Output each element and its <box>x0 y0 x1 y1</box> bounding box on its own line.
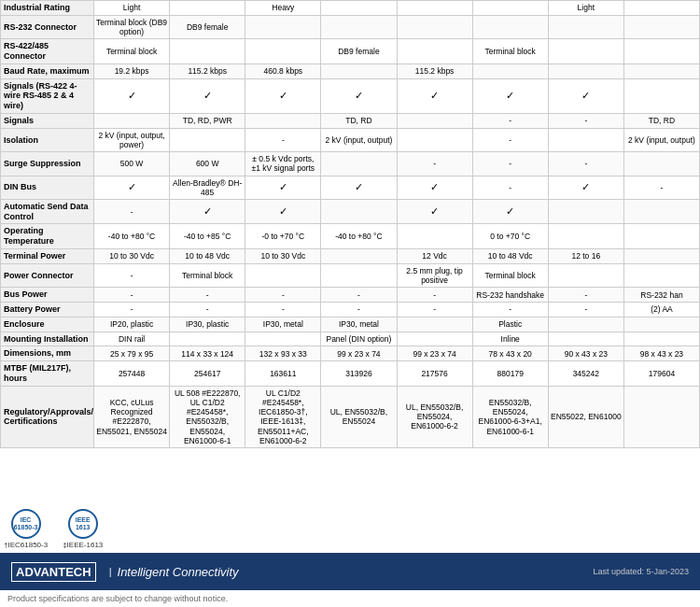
cell <box>623 317 699 332</box>
cell <box>321 249 397 264</box>
cell: ✓ <box>397 176 472 199</box>
cell: Terminal block <box>94 39 170 64</box>
cell: 10 to 48 Vdc <box>170 249 245 264</box>
row-label: DIN Bus <box>1 176 94 199</box>
cell <box>245 15 321 38</box>
cell: ✓ <box>472 199 548 224</box>
table-row: Dimensions, mm25 x 79 x 95114 x 33 x 124… <box>1 346 700 361</box>
cell: TD, RD <box>321 113 397 128</box>
cell: ✓ <box>397 199 472 224</box>
cell: 313926 <box>321 361 397 387</box>
cell: EN55032/B, EN55024, EN61000-6-3+A1, EN61… <box>472 386 548 447</box>
cell: 257448 <box>94 361 170 387</box>
cell: -40 to +85 °C <box>170 224 245 249</box>
cell <box>623 64 699 78</box>
cell <box>321 152 397 176</box>
cell <box>623 332 699 346</box>
cell <box>397 113 472 128</box>
footer-divider: | <box>109 566 112 577</box>
cell <box>170 39 245 64</box>
cell <box>397 317 472 332</box>
cell: 254617 <box>170 361 245 387</box>
cell: TD, RD, PWR <box>170 113 245 128</box>
cell: IP20, plastic <box>94 317 170 332</box>
cell: 10 to 48 Vdc <box>472 249 548 264</box>
cell <box>397 1 472 16</box>
cell <box>623 199 699 224</box>
table-row: EnclosureIP20, plasticIP30, plasticIP30,… <box>1 317 700 332</box>
cell: 460.8 kbps <box>245 64 321 78</box>
cell: 99 x 23 x 74 <box>321 346 397 361</box>
disclaimer-text: Product specifications are subject to ch… <box>7 594 228 603</box>
table-row: Operating Temperature-40 to +80 °C-40 to… <box>1 224 700 249</box>
cell: - <box>170 288 245 303</box>
cell <box>548 224 623 249</box>
row-label: Signals (RS-422 4-wire RS-485 2 & 4 wire… <box>1 78 94 113</box>
cell: Terminal block <box>170 263 245 287</box>
cell: ✓ <box>397 78 472 113</box>
cell: - <box>472 303 548 318</box>
cell <box>472 15 548 38</box>
cell: - <box>472 113 548 128</box>
cell <box>170 332 245 346</box>
main-container: Industrial RatingLightHeavyLightRS-232 C… <box>0 0 700 607</box>
cell <box>623 386 699 447</box>
cell <box>548 128 623 151</box>
row-label: Regulatory/Approvals/ Certifications <box>1 386 94 447</box>
cell <box>548 15 623 38</box>
cell: ± 0.5 k Vdc ports, ±1 kV signal ports <box>245 152 321 176</box>
cell: RS-232 handshake <box>472 288 548 303</box>
row-label: Power Connector <box>1 263 94 287</box>
cell: - <box>397 152 472 176</box>
cell <box>623 152 699 176</box>
cell: DB9 female <box>321 39 397 64</box>
footer-updated: Last updated: 5-Jan-2023 <box>593 567 689 576</box>
cell: 99 x 23 x 74 <box>397 346 472 361</box>
cell: 163611 <box>245 361 321 387</box>
cell: ✓ <box>472 78 548 113</box>
cert-item: IEEE 1613‡IEEE-1613 <box>63 509 103 549</box>
cell: - <box>321 288 397 303</box>
cell <box>548 317 623 332</box>
cell: (2) AA <box>623 303 699 318</box>
cell: Heavy <box>245 1 321 16</box>
row-label: Enclosure <box>1 317 94 332</box>
cell: 19.2 kbps <box>94 64 170 78</box>
table-row: Bus Power-----RS-232 handshake-RS-232 ha… <box>1 288 700 303</box>
cell: 345242 <box>548 361 623 387</box>
cell: - <box>245 128 321 151</box>
cell: 12 Vdc <box>397 249 472 264</box>
cell: UL C1/D2 #E245458*, IEC61850-3†, IEEE-16… <box>245 386 321 447</box>
cert-item: IEC 61850-3†IEC61850-3 <box>4 509 48 549</box>
cell: 217576 <box>397 361 472 387</box>
cell: DB9 female <box>170 15 245 38</box>
cell: - <box>94 199 170 224</box>
cell: Terminal block <box>472 263 548 287</box>
row-label: RS-232 Connector <box>1 15 94 38</box>
row-label: Bus Power <box>1 288 94 303</box>
cell: 98 x 43 x 23 <box>623 346 699 361</box>
cell: - <box>623 176 699 199</box>
cell: UL, EN55032/B, EN55024, EN61000-6-2 <box>397 386 472 447</box>
table-row: Automatic Send Data Control-✓✓✓✓ <box>1 199 700 224</box>
cell <box>170 1 245 16</box>
cell: -40 to +80 °C <box>94 224 170 249</box>
cell: 115.2 kbps <box>170 64 245 78</box>
cell: Light <box>548 1 623 16</box>
cell: Inline <box>472 332 548 346</box>
row-label: Operating Temperature <box>1 224 94 249</box>
cell: - <box>472 152 548 176</box>
cell: - <box>94 303 170 318</box>
cell: ✓ <box>548 176 623 199</box>
disclaimer: Product specifications are subject to ch… <box>0 590 700 607</box>
cell <box>94 113 170 128</box>
cell: 500 W <box>94 152 170 176</box>
cell: ✓ <box>170 199 245 224</box>
cell: ✓ <box>548 78 623 113</box>
table-row: RS-422/485 ConnectorTerminal blockDB9 fe… <box>1 39 700 64</box>
cell: Plastic <box>472 317 548 332</box>
cell: 114 x 33 x 124 <box>170 346 245 361</box>
footer: ADVANTECH | Intelligent Connectivity Las… <box>0 553 700 590</box>
cell: 115.2 kbps <box>397 64 472 78</box>
row-label: Surge Suppression <box>1 152 94 176</box>
